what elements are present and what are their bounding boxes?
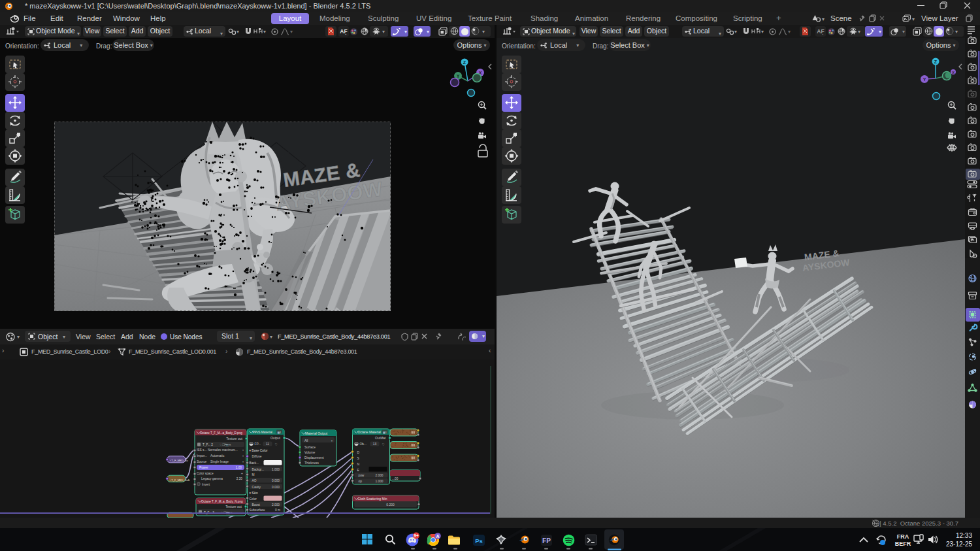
svg-text:Output: Output [270, 436, 281, 440]
svg-text:▾: ▾ [242, 460, 244, 463]
svg-text:Z: Z [934, 59, 938, 64]
svg-text:0 m: 0 m [275, 509, 280, 512]
svg-text:Color: Color [250, 497, 257, 501]
svg-text:2.000: 2.000 [375, 474, 383, 477]
svg-text:Y: Y [457, 74, 460, 78]
svg-text:▩1: ▩1 [383, 431, 387, 434]
svg-text:Texture out: Texture out [225, 505, 242, 509]
svg-text:Single Image: Single Image [210, 460, 229, 463]
svg-text:FP...: FP... [255, 442, 261, 446]
svg-text:FRA: FRA [897, 533, 909, 540]
svg-text:A: A [436, 534, 439, 539]
svg-text:▾ Skin: ▾ Skin [250, 492, 259, 495]
svg-text:0.000: 0.000 [272, 479, 280, 482]
svg-text:Material Output: Material Output [305, 431, 328, 435]
svg-text:Surface: Surface [304, 446, 316, 449]
svg-text:12:33: 12:33 [956, 532, 972, 539]
svg-text:All: All [304, 439, 308, 442]
svg-text:Color space: Color space [197, 472, 214, 475]
svg-text:Displacement: Displacement [304, 456, 324, 459]
svg-text:Z: Z [463, 60, 466, 65]
svg-text:Thickness: Thickness [304, 461, 319, 465]
svg-text:+: + [241, 471, 243, 475]
svg-text:▩1: ▩1 [278, 431, 282, 434]
svg-text:Subsurface: Subsurface [250, 509, 266, 512]
svg-text:Boost: Boost [252, 503, 261, 507]
svg-text:› T_F_MED_Su: › T_F_MED_Su [170, 459, 188, 462]
svg-text:▾: ▾ [242, 454, 244, 458]
svg-text:› T_F_MED_SuБ: › T_F_MED_SuБ [170, 478, 190, 482]
svg-text:1.000: 1.000 [375, 480, 383, 483]
svg-text:Legacy gamma: Legacy gamma [201, 477, 223, 480]
svg-text:13: 13 [373, 442, 377, 446]
svg-text:ISS s...: ISS s... [197, 448, 206, 452]
svg-text:Cloth Scattering Min: Cloth Scattering Min [358, 497, 387, 501]
svg-text:Invert: Invert [202, 483, 210, 486]
svg-text:Back...: Back... [250, 461, 259, 465]
svg-text:Ps: Ps [475, 537, 483, 544]
svg-text:Y: Y [923, 77, 926, 82]
svg-text:Power: Power [199, 466, 208, 469]
svg-text:▾ Base Color: ▾ Base Color [250, 449, 268, 452]
svg-text:0.000: 0.000 [272, 486, 280, 489]
svg-text:OutMat: OutMat [375, 436, 386, 440]
svg-text:Automatic: Automatic [210, 454, 225, 458]
svg-text:Volume: Volume [304, 451, 316, 454]
svg-text:Backgr...: Backgr... [252, 468, 265, 471]
svg-text:PPvS Material...: PPvS Material... [253, 431, 275, 434]
svg-text:9+: 9+ [414, 533, 419, 538]
svg-text:OЬ...: OЬ... [360, 442, 367, 446]
svg-text:pow: pow [359, 474, 365, 477]
svg-text:♡❐📷✕: ♡❐📷✕ [220, 442, 231, 447]
svg-text:1.000: 1.000 [272, 468, 280, 471]
svg-text:0.200: 0.200 [386, 503, 395, 507]
svg-text:♡: ♡ [275, 442, 278, 446]
svg-text:BEFR: BEFR [895, 541, 911, 547]
svg-text:Cavity: Cavity [252, 486, 261, 489]
svg-text:D: D [357, 451, 360, 454]
svg-text:Octane Material: Octane Material [358, 430, 381, 434]
svg-text:op: op [359, 480, 363, 483]
svg-text:Texture out: Texture out [226, 437, 242, 441]
svg-text:M: M [252, 473, 255, 476]
svg-text:Normalize maximum...: Normalize maximum... [208, 448, 238, 452]
svg-text:Source: Source [197, 460, 207, 463]
svg-text:1.00: 1.00 [236, 466, 242, 469]
svg-text:Octane T_F_M...a_Body_D.png: Octane T_F_M...a_Body_D.png [200, 431, 242, 435]
svg-text:23-12-25: 23-12-25 [946, 541, 972, 548]
svg-text:...00: ...00 [392, 477, 399, 480]
svg-text:2.20: 2.20 [237, 477, 243, 480]
svg-text:X: X [952, 71, 955, 75]
svg-text:N: N [357, 463, 360, 466]
svg-text:Diffuse: Diffuse [252, 455, 262, 458]
svg-text:Impor...: Impor... [197, 454, 207, 458]
svg-text:Octane T_F_M..a_Body_N.png: Octane T_F_M..a_Body_N.png [201, 500, 243, 503]
svg-text:♡: ♡ [382, 442, 385, 446]
svg-text:T_F... 2: T_F... 2 [203, 443, 213, 446]
svg-text:AO: AO [252, 479, 257, 482]
svg-text:11: 11 [266, 442, 269, 446]
svg-text:2.000: 2.000 [272, 503, 280, 507]
svg-text:FP: FP [542, 537, 551, 544]
svg-text:▾: ▾ [242, 448, 244, 452]
